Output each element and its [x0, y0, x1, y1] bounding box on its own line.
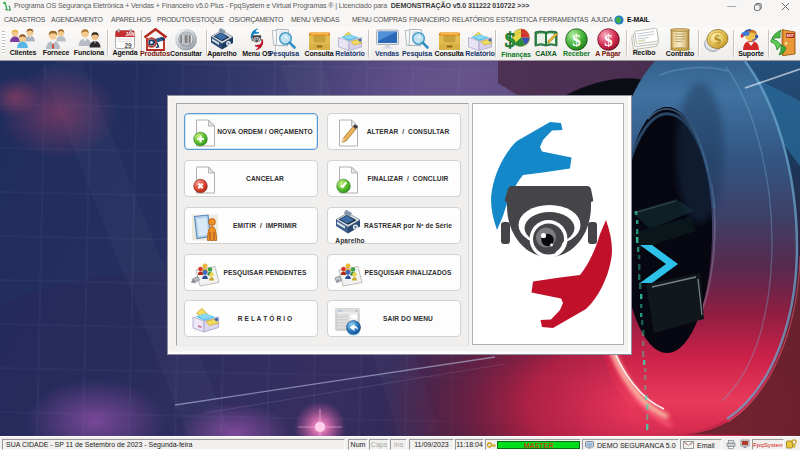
svg-text:$: $: [604, 31, 613, 50]
svg-text:$: $: [572, 31, 581, 50]
svg-text:JAN: JAN: [125, 32, 134, 37]
svg-text:29: 29: [124, 42, 132, 49]
svg-text:$: $: [504, 28, 515, 52]
svg-text:EXIT: EXIT: [787, 34, 794, 38]
